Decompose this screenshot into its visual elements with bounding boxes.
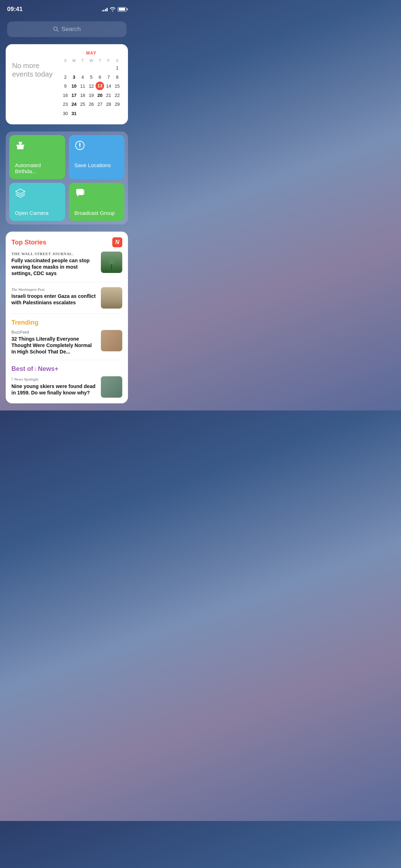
apple-logo-best-of: 	[35, 366, 36, 372]
svg-rect-6	[20, 142, 21, 149]
news-top-stories-header: Top Stories N	[11, 237, 122, 247]
news-title-wapo: Israeli troops enter Gaza as conflict wi…	[11, 293, 97, 306]
news-thumb-buzzfeed	[101, 330, 122, 351]
news-source-wapo: The Washington Post	[11, 287, 97, 291]
news-source-spotlight:  News Spotlight	[11, 376, 97, 382]
shortcut-broadcast-group-label: Broadcast Group	[74, 210, 119, 216]
shortcut-birthday-label: Automated Birthda...	[15, 162, 60, 174]
news-title-buzzfeed: 32 Things Literally Everyone Thought Wer…	[11, 336, 97, 355]
battery-icon	[118, 7, 127, 12]
search-icon	[53, 26, 59, 32]
svg-rect-4	[21, 146, 24, 149]
svg-rect-3	[17, 146, 20, 149]
news-source-wsj: THE WALL STREET JOURNAL.	[11, 252, 97, 256]
no-events-text: No more events today	[12, 51, 55, 78]
calendar-grid: S M T W T F S 1 2 3 4 5 6 7 8 9 10	[61, 58, 122, 118]
layers-icon	[15, 188, 60, 200]
news-thumb-wsj	[101, 252, 122, 273]
news-thumb-wapo	[101, 287, 122, 309]
news-article-buzzfeed[interactable]: BuzzFeed 32 Things Literally Everyone Th…	[11, 330, 122, 355]
svg-marker-10	[79, 145, 81, 149]
shortcut-open-camera[interactable]: Open Camera	[9, 183, 65, 221]
shortcut-save-locations-label: Save Locations	[74, 162, 119, 168]
svg-marker-11	[16, 189, 25, 194]
best-of-label: Best of  News+	[11, 365, 122, 373]
shortcuts-grid: Automated Birthda... Save Locations	[9, 135, 124, 221]
status-time: 09:41	[7, 6, 22, 13]
status-icons	[102, 7, 127, 12]
search-bar[interactable]: Search	[7, 21, 127, 37]
status-bar: 09:41	[0, 0, 134, 16]
news-widget: Top Stories N THE WALL STREET JOURNAL. F…	[6, 232, 128, 403]
best-of-section: Best of  News+  News Spotlight Nine yo…	[11, 360, 122, 398]
gift-icon	[15, 140, 60, 152]
svg-line-1	[57, 30, 58, 32]
calendar-widget: No more events today MAY S M T W T F S 1…	[6, 44, 128, 124]
top-stories-label: Top Stories	[11, 239, 46, 246]
svg-marker-9	[79, 141, 81, 145]
signal-icon	[102, 7, 108, 11]
wifi-icon	[110, 7, 115, 11]
apple-news-icon: N	[112, 237, 122, 247]
shortcut-broadcast-group[interactable]: Broadcast Group	[69, 183, 125, 221]
shortcut-birthday[interactable]: Automated Birthda...	[9, 135, 65, 179]
chat-icon	[74, 188, 119, 200]
news-article-wapo[interactable]: The Washington Post Israeli troops enter…	[11, 287, 122, 314]
news-title-skiers: Nine young skiers were found dead in 195…	[11, 383, 97, 396]
news-thumb-skiers	[101, 376, 122, 398]
shortcut-open-camera-label: Open Camera	[15, 210, 60, 216]
news-article-wsj[interactable]: THE WALL STREET JOURNAL. Fully vaccinate…	[11, 252, 122, 282]
compass-icon	[74, 140, 119, 152]
trending-label: Trending	[11, 319, 122, 326]
calendar-month: MAY	[61, 51, 122, 56]
news-article-skiers[interactable]:  News Spotlight Nine young skiers were …	[11, 376, 122, 398]
shortcut-save-locations[interactable]: Save Locations	[69, 135, 125, 179]
news-title-wsj: Fully vaccinated people can stop wearing…	[11, 257, 97, 277]
trending-section: Trending BuzzFeed 32 Things Literally Ev…	[11, 319, 122, 355]
search-placeholder: Search	[62, 26, 81, 33]
news-source-buzzfeed: BuzzFeed	[11, 330, 97, 334]
search-container: Search	[0, 16, 134, 44]
shortcuts-widget: Automated Birthda... Save Locations	[6, 131, 128, 224]
calendar-mini[interactable]: MAY S M T W T F S 1 2 3 4 5 6 7 8 9	[61, 51, 122, 118]
